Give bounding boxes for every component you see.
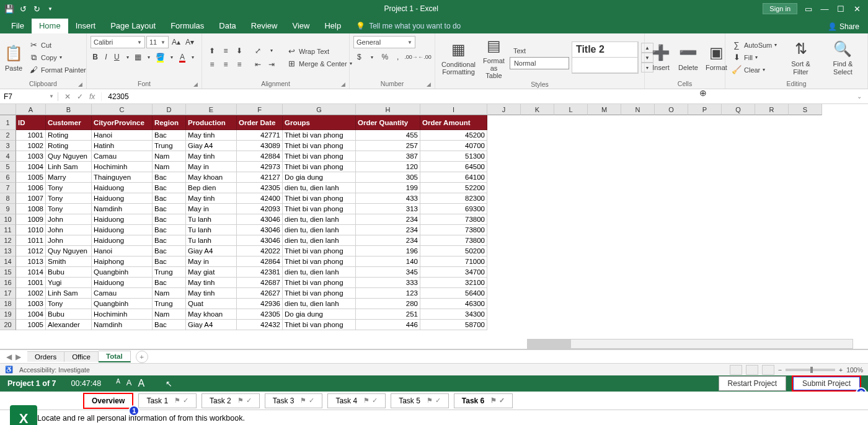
data-cell[interactable]: 1001 <box>16 130 46 141</box>
data-cell[interactable]: 43046 <box>237 235 283 246</box>
bold-button[interactable]: B <box>91 51 100 63</box>
undo-icon[interactable]: ↺ <box>19 4 27 13</box>
flag-icon[interactable]: ⚑ <box>490 397 497 405</box>
fill-button[interactable]: ⬇Fill ▾ <box>729 52 779 63</box>
column-header[interactable]: Q <box>722 104 755 115</box>
data-cell[interactable]: Haiduong <box>92 235 153 246</box>
row-header[interactable]: 10 <box>0 214 16 225</box>
data-cell[interactable]: 42022 <box>237 246 283 256</box>
data-cell[interactable]: 1002 <box>16 141 46 151</box>
data-cell[interactable]: May giat <box>186 267 237 278</box>
data-cell[interactable]: Tu lanh <box>186 214 237 225</box>
data-cell[interactable]: 234 <box>356 225 420 235</box>
data-cell[interactable]: 42093 <box>237 204 283 214</box>
data-cell[interactable]: Linh Sam <box>46 162 92 172</box>
data-cell[interactable]: 1014 <box>16 267 46 278</box>
data-cell[interactable]: 42432 <box>237 320 283 330</box>
data-cell[interactable]: 69300 <box>420 204 487 214</box>
sheet-tab-total[interactable]: Total <box>99 351 131 362</box>
text-size-medium[interactable]: A <box>126 378 132 389</box>
check-icon[interactable]: ✓ <box>183 397 188 405</box>
data-cell[interactable]: 42400 <box>237 193 283 204</box>
border-button[interactable]: ▦ <box>133 51 143 63</box>
zoom-level[interactable]: 100% <box>846 366 863 374</box>
data-cell[interactable]: 1008 <box>16 204 46 214</box>
data-cell[interactable]: dien tu, dien lanh <box>283 183 356 193</box>
redo-icon[interactable]: ↻ <box>32 4 41 13</box>
data-cell[interactable]: 234 <box>356 235 420 246</box>
share-button[interactable]: 👤 Share <box>819 20 868 33</box>
data-cell[interactable]: 42305 <box>237 309 283 320</box>
font-color-dropdown[interactable]: ▾ <box>188 51 198 63</box>
data-cell[interactable]: Quangbinh <box>92 299 153 309</box>
sign-in-button[interactable]: Sign in <box>763 3 797 14</box>
percent-button[interactable]: % <box>379 51 391 63</box>
row-header[interactable]: 14 <box>0 256 16 267</box>
data-cell[interactable]: 42936 <box>237 299 283 309</box>
align-left-button[interactable]: ≡ <box>206 58 218 71</box>
data-cell[interactable]: Tony <box>46 299 92 309</box>
data-cell[interactable]: Hochiminh <box>92 309 153 320</box>
data-cell[interactable]: Nam <box>153 151 186 162</box>
data-cell[interactable]: Bac <box>153 225 186 235</box>
data-cell[interactable]: May khoan <box>186 172 237 183</box>
data-cell[interactable]: John <box>46 235 92 246</box>
data-cell[interactable]: Roting <box>46 141 92 151</box>
table-header-cell[interactable]: Order Amount <box>420 115 487 130</box>
data-cell[interactable]: Bac <box>153 235 186 246</box>
task-overview-button[interactable]: Overview <box>83 393 133 409</box>
text-size-large[interactable]: A <box>138 378 145 389</box>
increase-decimal-button[interactable]: .00→ <box>405 51 417 63</box>
data-cell[interactable]: Bac <box>153 183 186 193</box>
data-cell[interactable]: Bep dien <box>186 183 237 193</box>
data-cell[interactable]: Namdinh <box>92 204 153 214</box>
tab-review[interactable]: Review <box>244 19 285 33</box>
data-cell[interactable]: Bac <box>153 320 186 330</box>
column-header[interactable]: D <box>153 104 186 115</box>
column-header[interactable]: B <box>46 104 92 115</box>
conditional-formatting-button[interactable]: ▦ Conditional Formatting <box>439 40 478 76</box>
data-cell[interactable]: Marry <box>46 172 92 183</box>
data-cell[interactable]: Trung <box>153 141 186 151</box>
cut-button[interactable]: ✂Cut <box>26 40 89 51</box>
flag-icon[interactable]: ⚑ <box>300 397 306 405</box>
dialog-launcher-icon[interactable]: ◢ <box>193 81 198 87</box>
column-header[interactable]: I <box>420 104 487 115</box>
font-size-select[interactable]: 11▼ <box>146 36 169 48</box>
data-cell[interactable]: Bac <box>153 256 186 267</box>
data-cell[interactable]: 40700 <box>420 141 487 151</box>
data-cell[interactable]: 52200 <box>420 183 487 193</box>
check-icon[interactable]: ✓ <box>309 397 314 405</box>
data-cell[interactable]: 32100 <box>420 278 487 288</box>
data-cell[interactable]: Camau <box>92 288 153 299</box>
data-cell[interactable]: John <box>46 214 92 225</box>
data-cell[interactable]: Thiet bi van phong <box>283 288 356 299</box>
check-icon[interactable]: ✓ <box>435 397 441 405</box>
cell-style-text[interactable]: Text <box>510 46 569 56</box>
align-middle-button[interactable]: ≡ <box>219 45 232 57</box>
data-cell[interactable]: 345 <box>356 267 420 278</box>
data-cell[interactable]: 34300 <box>420 309 487 320</box>
data-cell[interactable]: Hatinh <box>92 141 153 151</box>
row-header[interactable]: 2 <box>0 130 16 141</box>
data-cell[interactable]: 45200 <box>420 130 487 141</box>
column-header[interactable]: K <box>521 104 554 115</box>
data-cell[interactable]: Tony <box>46 183 92 193</box>
expand-formula-bar-icon[interactable]: ⌄ <box>851 93 868 100</box>
data-cell[interactable]: Haiduong <box>92 193 153 204</box>
qat-dropdown-icon[interactable]: ▼ <box>46 4 55 13</box>
data-cell[interactable]: 123 <box>356 288 420 299</box>
data-cell[interactable]: 43046 <box>237 225 283 235</box>
column-header[interactable]: R <box>755 104 789 115</box>
data-cell[interactable]: Haiduong <box>92 225 153 235</box>
data-cell[interactable]: 120 <box>356 162 420 172</box>
cell-style-title[interactable]: Title 2 <box>572 42 638 58</box>
data-cell[interactable]: May khoan <box>186 309 237 320</box>
data-cell[interactable]: 1002 <box>16 288 46 299</box>
data-cell[interactable]: Smith <box>46 256 92 267</box>
data-cell[interactable]: Trung <box>153 299 186 309</box>
data-cell[interactable]: 1011 <box>16 235 46 246</box>
data-cell[interactable]: Do gia dung <box>283 309 356 320</box>
data-cell[interactable]: Camau <box>92 151 153 162</box>
data-cell[interactable]: Giay A4 <box>186 246 237 256</box>
